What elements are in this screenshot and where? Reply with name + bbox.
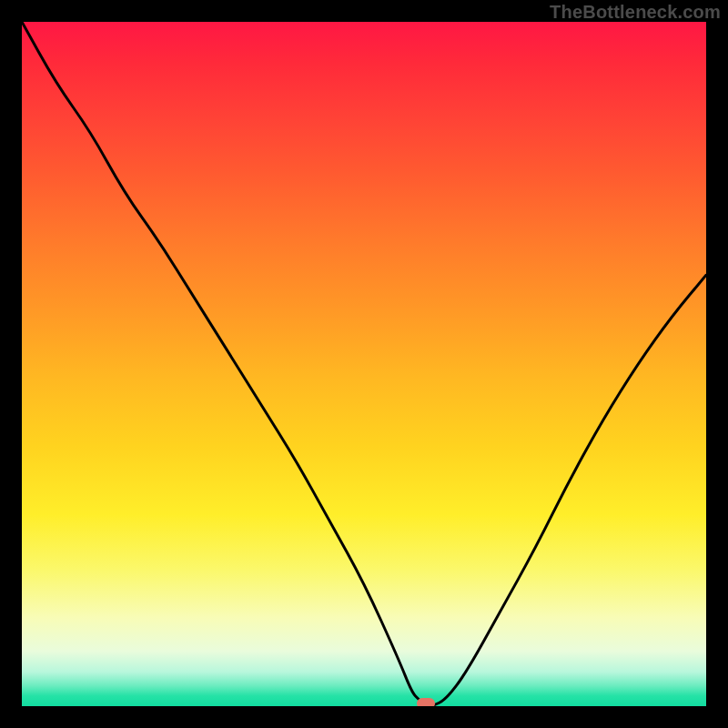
min-marker-icon — [417, 698, 435, 706]
watermark-text: TheBottleneck.com — [550, 2, 721, 23]
bottleneck-curve — [22, 22, 706, 706]
plot-area — [22, 22, 706, 706]
chart-frame: TheBottleneck.com — [0, 0, 728, 728]
